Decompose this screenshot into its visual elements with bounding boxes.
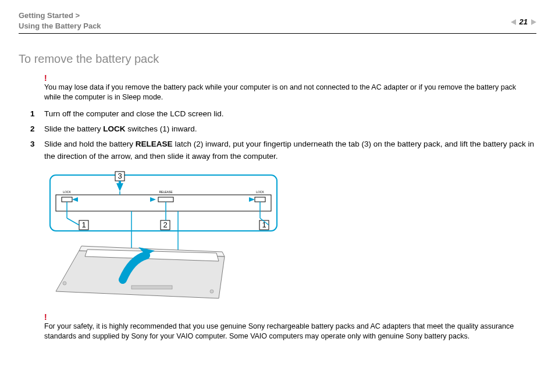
page-navigator: 21	[511, 10, 536, 26]
prev-page-icon[interactable]	[511, 19, 516, 25]
step-number: 1	[30, 108, 35, 120]
next-page-icon[interactable]	[531, 19, 536, 25]
callout-1-left: 1	[81, 220, 86, 229]
callout-2: 2	[163, 220, 167, 229]
breadcrumb-line2: Using the Battery Pack	[19, 22, 101, 30]
step-text-bold: LOCK	[103, 124, 125, 133]
callout-3: 3	[118, 172, 122, 180]
step-number: 2	[30, 123, 35, 135]
step-text-before: Slide the battery	[44, 124, 103, 133]
page-number: 21	[520, 17, 528, 26]
step-text-after: switches (1) inward.	[126, 124, 197, 133]
breadcrumb-line1: Getting Started >	[19, 11, 80, 20]
warning-top-text: You may lose data if you remove the batt…	[44, 83, 534, 102]
step-text-before: Slide and hold the battery	[44, 140, 136, 148]
lock-label: LOCK	[256, 190, 264, 194]
release-label: RELEASE	[159, 190, 173, 194]
warning-bottom-text: For your safety, it is highly recommende…	[44, 322, 534, 341]
battery-removal-illustration: LOCK LOCK RELEASE 3 1 2	[44, 169, 283, 303]
step-item: 2 Slide the battery LOCK switches (1) in…	[30, 123, 534, 135]
svg-point-28	[63, 281, 66, 285]
page-title: To remove the battery pack	[19, 52, 536, 66]
step-item: 1 Turn off the computer and close the LC…	[30, 108, 534, 120]
svg-point-29	[210, 290, 214, 293]
lock-label: LOCK	[63, 190, 71, 194]
steps-list: 1 Turn off the computer and close the LC…	[44, 108, 534, 162]
step-item: 3 Slide and hold the battery RELEASE lat…	[30, 138, 534, 162]
diagram: LOCK LOCK RELEASE 3 1 2	[44, 169, 534, 305]
step-text: Turn off the computer and close the LCD …	[44, 109, 223, 118]
laptop-underside	[56, 246, 225, 298]
svg-rect-3	[255, 197, 265, 202]
svg-rect-27	[131, 286, 172, 289]
header-rule	[19, 33, 536, 34]
warning-icon: !	[44, 73, 47, 83]
warning-top: ! You may lose data if you remove the ba…	[44, 74, 534, 102]
breadcrumb: Getting Started > Using the Battery Pack	[19, 10, 101, 31]
warning-icon: !	[44, 312, 47, 322]
svg-rect-4	[158, 197, 173, 202]
step-text-bold: RELEASE	[136, 140, 173, 148]
step-number: 3	[30, 138, 35, 150]
warning-bottom: ! For your safety, it is highly recommen…	[44, 313, 534, 341]
page-header: Getting Started > Using the Battery Pack…	[19, 10, 536, 31]
svg-rect-2	[62, 197, 72, 202]
